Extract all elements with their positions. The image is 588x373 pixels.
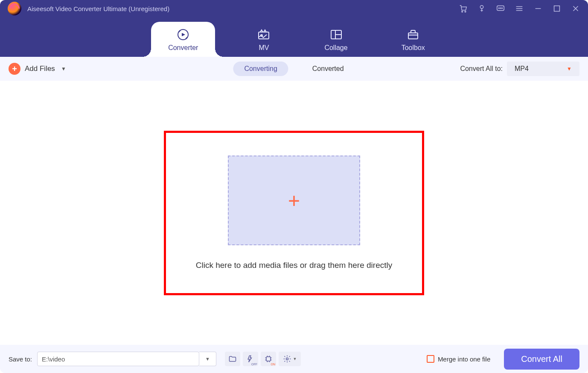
menu-icon[interactable]: [515, 4, 524, 13]
minimize-icon[interactable]: [533, 4, 543, 13]
window-controls: [458, 4, 580, 13]
titlebar: Aiseesoft Video Converter Ultimate (Unre…: [0, 0, 588, 57]
tab-toolbox[interactable]: Toolbox: [390, 23, 437, 57]
speed-off-button[interactable]: OFF: [243, 352, 258, 366]
plus-icon: +: [9, 63, 20, 75]
footer: Save to: E:\video ▼ OFF ON ▼ Merge into …: [0, 345, 588, 373]
dropzone[interactable]: +: [228, 156, 360, 245]
svg-rect-12: [408, 33, 418, 39]
chevron-down-icon: ▼: [293, 357, 297, 361]
svg-point-2: [480, 6, 483, 9]
chevron-down-icon: ▼: [205, 356, 210, 361]
maximize-icon[interactable]: [552, 4, 562, 13]
toolbox-icon: [406, 28, 420, 41]
tab-collage-label: Collage: [324, 44, 347, 52]
open-folder-button[interactable]: [225, 352, 240, 366]
collage-icon: [329, 28, 343, 41]
main-tabs: Converter MV Collage Toolbox: [0, 17, 588, 57]
dropzone-text: Click here to add media files or drag th…: [196, 261, 392, 270]
format-value: MP4: [515, 65, 529, 73]
save-path-input[interactable]: E:\video: [37, 352, 199, 366]
status-converted[interactable]: Converted: [301, 62, 355, 76]
mv-icon: [257, 28, 271, 41]
svg-rect-13: [266, 357, 271, 361]
plus-icon: +: [288, 189, 300, 212]
toolbar: + Add Files ▼ Converting Converted Conve…: [0, 57, 588, 81]
tab-converter-label: Converter: [168, 44, 198, 52]
checkbox-icon: [427, 355, 434, 363]
cart-icon[interactable]: [458, 4, 468, 13]
chevron-down-icon: ▼: [61, 66, 66, 72]
merge-checkbox[interactable]: Merge into one file: [427, 355, 490, 363]
convert-all-to-label: Convert All to:: [460, 65, 503, 73]
svg-point-4: [498, 8, 499, 9]
format-select[interactable]: MP4 ▼: [507, 62, 579, 76]
save-to-label: Save to:: [9, 355, 32, 363]
svg-point-1: [465, 11, 466, 12]
key-icon[interactable]: [477, 4, 486, 13]
svg-point-14: [286, 358, 288, 360]
save-path-dropdown[interactable]: ▼: [199, 352, 216, 366]
tab-mv-label: MV: [259, 44, 269, 52]
content-area: + Click here to add media files or drag …: [0, 81, 588, 345]
app-window: Aiseesoft Video Converter Ultimate (Unre…: [0, 0, 588, 373]
converter-icon: [176, 28, 190, 41]
titlebar-top: Aiseesoft Video Converter Ultimate (Unre…: [0, 0, 588, 17]
chevron-down-icon: ▼: [567, 66, 572, 72]
status-tabs: Converting Converted: [233, 62, 355, 76]
app-logo-icon: [8, 2, 21, 15]
svg-point-0: [462, 11, 463, 12]
app-title: Aiseesoft Video Converter Ultimate (Unre…: [27, 5, 169, 12]
close-icon[interactable]: [571, 4, 580, 13]
feedback-icon[interactable]: [496, 4, 505, 13]
convert-all-to: Convert All to: MP4 ▼: [460, 62, 579, 76]
footer-icons: OFF ON ▼: [225, 352, 301, 366]
tab-toolbox-label: Toolbox: [402, 44, 425, 52]
svg-point-5: [500, 8, 501, 9]
tab-collage[interactable]: Collage: [312, 23, 359, 57]
hardware-accel-button[interactable]: ON: [261, 352, 276, 366]
status-converting[interactable]: Converting: [233, 62, 288, 76]
dropzone-highlight: + Click here to add media files or drag …: [164, 131, 424, 295]
convert-all-button[interactable]: Convert All: [504, 349, 579, 370]
svg-rect-9: [259, 32, 269, 39]
svg-rect-7: [554, 6, 560, 12]
settings-button[interactable]: ▼: [279, 352, 301, 366]
merge-label: Merge into one file: [438, 355, 490, 363]
tab-converter[interactable]: Converter: [151, 22, 215, 57]
tab-mv[interactable]: MV: [245, 23, 282, 57]
svg-point-6: [502, 8, 503, 9]
add-files-label: Add Files: [25, 65, 55, 73]
add-files-button[interactable]: + Add Files ▼: [9, 63, 66, 75]
